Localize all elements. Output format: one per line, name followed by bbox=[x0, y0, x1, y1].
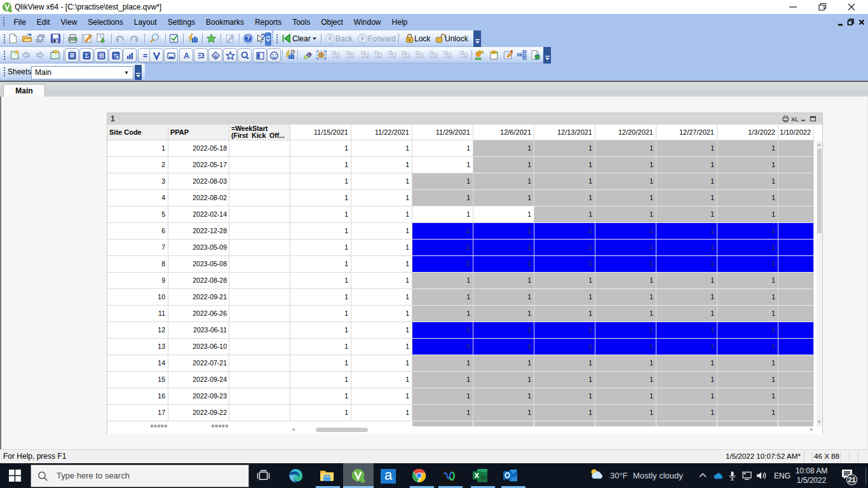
svg-text:XL: XL bbox=[791, 116, 799, 123]
svg-text:Σ: Σ bbox=[85, 52, 89, 59]
svg-text:21: 21 bbox=[848, 476, 855, 484]
svg-text:A: A bbox=[184, 51, 189, 60]
svg-text:6: 6 bbox=[214, 53, 217, 59]
svg-text:?: ? bbox=[246, 35, 250, 42]
